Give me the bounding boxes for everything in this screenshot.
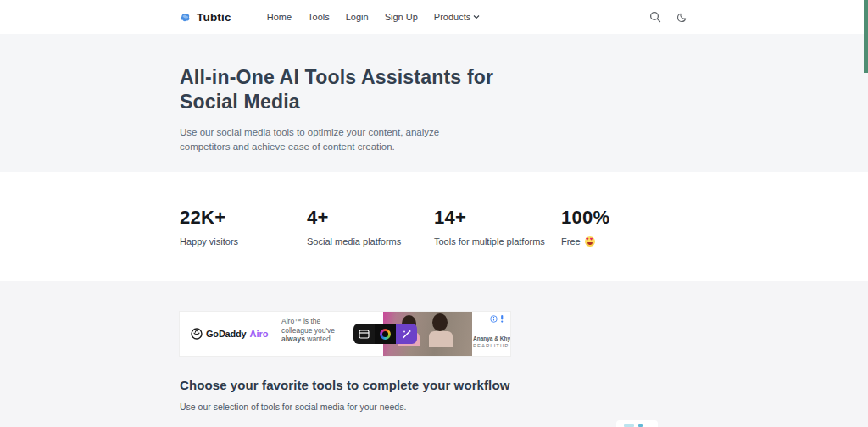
stat-free: 100% Free <box>561 207 688 247</box>
ad-attribution-name: Ananya & Khyati <box>473 336 510 341</box>
chevron-down-icon <box>473 14 480 19</box>
stat-value: 4+ <box>307 207 434 229</box>
ad-badges <box>490 315 504 323</box>
tools-section: GoDaddy Airo Airo™ is the colleague you'… <box>0 281 868 412</box>
stat-value: 100% <box>561 207 688 229</box>
stats-section: 22K+ Happy visitors 4+ Social media plat… <box>0 172 868 281</box>
hero-title: All-in-One AI Tools Assistants for Socia… <box>180 65 557 114</box>
godaddy-logo: GoDaddy Airo <box>191 312 269 356</box>
stat-value: 14+ <box>434 207 561 229</box>
search-icon[interactable] <box>648 10 662 24</box>
ad-headline-bold: always <box>281 335 305 343</box>
godaddy-airo-ad-banner[interactable]: GoDaddy Airo Airo™ is the colleague you'… <box>180 312 510 356</box>
godaddy-logo-icon <box>191 328 203 340</box>
nav-actions <box>648 10 688 24</box>
stat-value: 22K+ <box>180 207 307 229</box>
tools-section-title: Choose your favorite tools to complete y… <box>180 378 688 392</box>
browser-window-icon <box>353 324 375 344</box>
nav-item-signup[interactable]: Sign Up <box>385 12 418 22</box>
person-silhouette <box>429 331 453 347</box>
adchoices-icon[interactable] <box>500 315 504 323</box>
nav-item-products-label: Products <box>434 12 470 22</box>
dark-mode-moon-icon[interactable] <box>675 10 688 24</box>
nav-item-tools[interactable]: Tools <box>308 12 330 22</box>
ad-info-icon[interactable] <box>490 315 498 323</box>
tools-section-subtitle: Use our selection of tools for social me… <box>180 402 688 412</box>
stat-label: Free <box>561 236 688 247</box>
airo-product-text: Airo <box>250 329 269 339</box>
nav-links: Home Tools Login Sign Up Products <box>267 12 481 22</box>
magic-wand-icon <box>396 324 417 344</box>
ad-attribution-site: PEARLITUP.IN <box>473 343 510 348</box>
hero-section: All-in-One AI Tools Assistants for Socia… <box>0 34 868 172</box>
ad-headline-post: wanted. <box>305 335 332 343</box>
hero-subtitle: Use our social media tools to optimize y… <box>180 125 478 155</box>
tubtic-logo-icon <box>180 11 192 23</box>
stat-label: Tools for multiple platforms <box>434 236 561 247</box>
ad-headline: Airo™ is the colleague you've always wan… <box>281 317 351 344</box>
stat-happy-visitors: 22K+ Happy visitors <box>180 207 307 247</box>
navbar: Tubtic Home Tools Login Sign Up Products <box>0 0 868 34</box>
ad-headline-pre: Airo™ is the colleague you've <box>281 317 335 335</box>
stat-social-platforms: 4+ Social media platforms <box>307 207 434 247</box>
ad-attribution: Ananya & Khyati PEARLITUP.IN <box>473 336 510 348</box>
airo-feature-icons <box>353 324 417 344</box>
stat-free-label: Free <box>561 236 581 247</box>
nav-item-login[interactable]: Login <box>346 12 369 22</box>
stat-label: Social media platforms <box>307 236 434 247</box>
godaddy-brand-text: GoDaddy <box>206 329 247 339</box>
color-ring-icon <box>375 324 396 344</box>
person-silhouette <box>432 313 448 331</box>
scrollbar-thumb[interactable] <box>864 0 868 73</box>
brand-logo[interactable]: Tubtic <box>180 11 231 24</box>
brand-name: Tubtic <box>197 11 231 24</box>
nav-item-products-dropdown[interactable]: Products <box>434 12 480 22</box>
heart-eyes-emoji <box>585 236 595 247</box>
stat-label: Happy visitors <box>180 236 307 247</box>
tool-card-peek[interactable] <box>616 420 658 427</box>
nav-item-home[interactable]: Home <box>267 12 292 22</box>
stat-tools-count: 14+ Tools for multiple platforms <box>434 207 561 247</box>
